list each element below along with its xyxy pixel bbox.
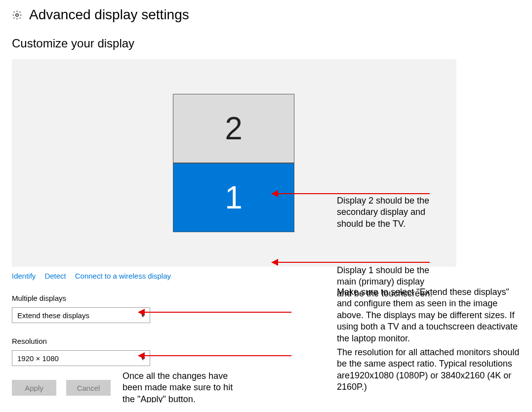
arrow-resolution [138,355,291,356]
apply-button[interactable]: Apply [12,380,56,396]
annotation-extend: Make sure to select "Extend these displa… [337,287,520,344]
arrow-monitor2 [272,193,430,194]
arrow-monitor1 [272,262,430,263]
annotation-resolution: The resolution for all attached monitors… [337,347,520,393]
annotation-display2: Display 2 should be the secondary displa… [337,195,436,230]
section-heading-customize: Customize your display [12,37,520,50]
resolution-value: 1920 × 1080 [17,354,59,363]
connect-wireless-link[interactable]: Connect to a wireless display [75,272,171,280]
monitor-1-label: 1 [225,179,243,216]
monitor-2[interactable]: 2 [173,94,294,163]
detect-link[interactable]: Detect [44,272,66,280]
arrow-multiple-displays [138,312,291,313]
monitor-2-label: 2 [225,110,243,147]
gear-icon [12,10,22,20]
multiple-displays-value: Extend these displays [17,311,89,320]
monitor-1[interactable]: 1 [173,163,294,232]
svg-point-0 [16,13,18,16]
annotation-apply: Once all the changes have been made make… [123,371,241,403]
cancel-button[interactable]: Cancel [66,380,111,396]
identify-link[interactable]: Identify [12,272,36,280]
display-links-row: Identify Detect Connect to a wireless di… [12,272,520,280]
resolution-dropdown[interactable]: 1920 × 1080 ▾ [12,350,150,366]
page-title: Advanced display settings [29,7,189,23]
multiple-displays-dropdown[interactable]: Extend these displays ▾ [12,307,150,323]
page-header: Advanced display settings [12,7,520,23]
display-arrangement-preview[interactable]: 2 1 [12,59,456,267]
